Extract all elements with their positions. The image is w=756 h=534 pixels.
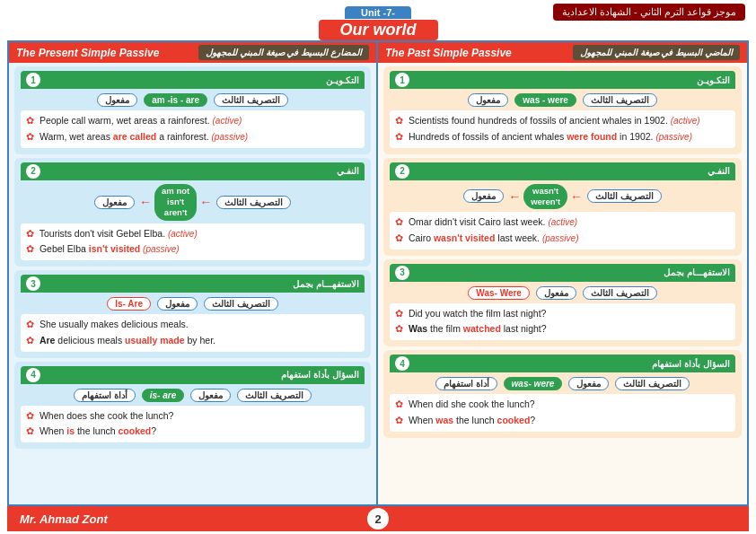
right-ex-3-1: Did you watch the film last night? — [395, 306, 730, 322]
right-rule-4-arabic: السؤال بأداة استفهام — [652, 359, 730, 369]
left-rule-3: الاستفهـــام بجمل 3 التصريف الثالث مفعول… — [14, 270, 371, 358]
header-top-right: موجز قواعد الترم الثاني - الشهادة الاعدا… — [553, 4, 745, 21]
left-rule-3-arabic: الاستفهـــام بجمل — [293, 279, 359, 289]
pill-mafool-wh: مفعول — [190, 389, 231, 402]
left-rule-3-examples: She usually makes delicious meals. Are d… — [21, 314, 365, 352]
right-rule-2-examples: Omar didn't visit Cairo last week. (acti… — [390, 212, 735, 249]
page-header: موجز قواعد الترم الثاني - الشهادة الاعدا… — [0, 0, 756, 40]
pill-mafool-neg: مفعول — [94, 196, 135, 209]
pill-mafool-r2: مفعول — [463, 189, 504, 203]
right-rule-2: النفـي 2 التصريف الثالث ← wasn'tweren't … — [383, 158, 742, 256]
neg-pill: am notisn'taren't — [154, 184, 197, 221]
pill-verb3-wh: التصريف الثالث — [237, 389, 312, 402]
left-rule-2-num: 2 — [26, 164, 40, 179]
right-ex-1-2: Hundreds of fossils of ancient whales we… — [395, 129, 730, 145]
arrow-icon-2: ← — [139, 195, 152, 209]
left-rule-4-num: 4 — [26, 368, 40, 382]
left-rule-1-arabic: التكـويـن — [326, 75, 359, 85]
left-rule-1: التكـويـن 1 التصريف الثالث am -is - are … — [14, 66, 371, 154]
left-ex-3-2: Are delicious meals usually made by her. — [26, 333, 359, 349]
right-rule-1-arabic: التكـويـن — [697, 75, 730, 85]
left-ex-1-1: People call warm, wet areas a rainforest… — [26, 113, 359, 129]
pill-was-were-q: Was- Were — [468, 286, 530, 300]
pill-was-were: was - were — [514, 93, 576, 107]
pill-is-are-wh: is- are — [142, 389, 184, 402]
left-rule-2-examples: Tourists don't visit Gebel Elba. (active… — [21, 223, 365, 261]
pill-mafool-q: مفعول — [157, 297, 198, 311]
left-rule-1-examples: People call warm, wet areas a rainforest… — [21, 110, 365, 148]
right-panel: The Past Simple Passive الماضي البسيط في… — [378, 42, 747, 504]
pill-mafool-r1: مفعول — [468, 93, 508, 107]
left-rule-4-examples: When does she cook the lunch? When is th… — [21, 406, 365, 443]
pill-verb3-q: التصريف الثالث — [204, 297, 278, 311]
left-rule-1-banner: التكـويـن 1 — [21, 71, 365, 89]
neg-pill-r2: wasn'tweren't — [523, 184, 567, 210]
page-footer: Mr. Ahmad Zont 2 — [7, 506, 749, 531]
right-rule-4-num: 4 — [395, 356, 409, 371]
arrow-icon-r2: ← — [570, 189, 583, 204]
right-rule-1-examples: Scientists found hundreds of fossils of … — [390, 110, 735, 148]
left-panel-content: التكـويـن 1 التصريف الثالث am -is - are … — [9, 63, 376, 456]
left-ex-4-2: When is the lunch cooked? — [26, 424, 359, 440]
right-rule-4: السؤال بأداة استفهام 4 التصريف الثالث مف… — [383, 350, 742, 438]
left-ex-2-1: Tourists don't visit Gebel Elba. (active… — [26, 226, 359, 242]
left-rule-2-arabic: النفـي — [337, 166, 359, 176]
right-rule-4-banner: السؤال بأداة استفهام 4 — [390, 355, 735, 372]
pill-is-are: Is- Are — [107, 297, 151, 311]
right-rule-1-formula: التصريف الثالث was - were مفعول — [390, 92, 735, 108]
footer-teacher-name: Mr. Ahmad Zont — [20, 512, 108, 526]
right-rule-3-num: 3 — [395, 266, 409, 280]
unit-label: Unit -7- — [345, 6, 411, 19]
right-rule-2-arabic: النفـي — [708, 166, 730, 176]
right-rule-1-banner: التكـويـن 1 — [390, 71, 735, 89]
left-ex-4-1: When does she cook the lunch? — [26, 408, 359, 425]
pill-was-were-wh: was- were — [504, 377, 563, 390]
left-rule-4: السؤال بأداة استفهام 4 التصريف الثالث مف… — [14, 362, 371, 450]
left-panel: The Present Simple Passive المضارع البسي… — [9, 42, 378, 504]
left-section-title: The Present Simple Passive — [16, 47, 159, 59]
pill-verb3-r1: التصريف الثالث — [583, 93, 657, 107]
pill-verb3-r3: التصريف الثالث — [583, 286, 657, 300]
neg-pill-group: am notisn'taren't — [154, 184, 197, 221]
right-ex-2-1: Omar didn't visit Cairo last week. (acti… — [395, 214, 730, 231]
right-ex-3-2: Was the film watched last night? — [395, 321, 730, 337]
left-ex-2-2: Gebel Elba isn't visited (passive) — [26, 241, 359, 258]
right-ex-2-2: Cairo wasn't visited last week. (passive… — [395, 231, 730, 247]
arrow-icon-r2b: ← — [508, 189, 521, 204]
right-rule-3: الاستفهـــام بجمل 3 التصريف الثالث مفعول… — [383, 259, 742, 347]
left-section-arabic: المضارع البسيط في صيغة المبني للمجهول — [198, 45, 369, 60]
pill-adah: أداة استفهام — [74, 389, 136, 402]
left-rule-2-formula: التصريف الثالث ← am notisn'taren't ← مفع… — [21, 184, 365, 221]
left-section-header: The Present Simple Passive المضارع البسي… — [9, 42, 376, 63]
left-rule-3-banner: الاستفهـــام بجمل 3 — [21, 275, 365, 293]
main-content: The Present Simple Passive المضارع البسي… — [7, 40, 749, 506]
left-rule-1-num: 1 — [26, 73, 40, 87]
right-rule-1: التكـويـن 1 التصريف الثالث was - were مف… — [383, 66, 742, 154]
right-rule-3-examples: Did you watch the film last night? Was t… — [390, 303, 735, 341]
pill-verb3-neg: التصريف الثالث — [216, 196, 291, 209]
pill-mafool-r4: مفعول — [568, 377, 609, 390]
right-rule-4-examples: When did she cook the lunch? When was th… — [390, 394, 735, 432]
right-panel-content: التكـويـن 1 التصريف الثالث was - were مف… — [378, 63, 747, 445]
right-rule-1-num: 1 — [395, 73, 409, 87]
left-rule-4-banner: السؤال بأداة استفهام 4 — [21, 366, 365, 384]
right-ex-4-1: When did she cook the lunch? — [395, 397, 730, 413]
left-rule-2-banner: النفـي 2 — [21, 162, 365, 180]
pill-verb3-r4: التصريف الثالث — [615, 377, 690, 390]
right-rule-3-formula: التصريف الثالث مفعول Was- Were — [390, 285, 735, 301]
pill-mafool-1: مفعول — [97, 93, 137, 107]
right-rule-2-banner: النفـي 2 — [390, 162, 735, 180]
left-rule-4-arabic: السؤال بأداة استفهام — [281, 370, 359, 380]
left-rule-3-formula: التصريف الثالث مفعول Is- Are — [21, 296, 365, 311]
right-section-header: The Past Simple Passive الماضي البسيط في… — [378, 42, 747, 63]
pill-am-is-are: am -is - are — [144, 93, 207, 107]
right-section-title: The Past Simple Passive — [385, 47, 512, 59]
left-ex-3-1: She usually makes delicious meals. — [26, 317, 359, 333]
right-rule-3-arabic: الاستفهـــام بجمل — [664, 267, 730, 277]
pill-verb3: التصريف الثالث — [214, 93, 288, 107]
left-rule-3-num: 3 — [26, 276, 40, 291]
pill-adah-r4: أداة استفهام — [435, 377, 497, 390]
pill-mafool-r3: مفعول — [536, 286, 576, 300]
neg-pill-group-r2: wasn'tweren't — [523, 184, 567, 210]
right-ex-1-1: Scientists found hundreds of fossils of … — [395, 113, 730, 129]
